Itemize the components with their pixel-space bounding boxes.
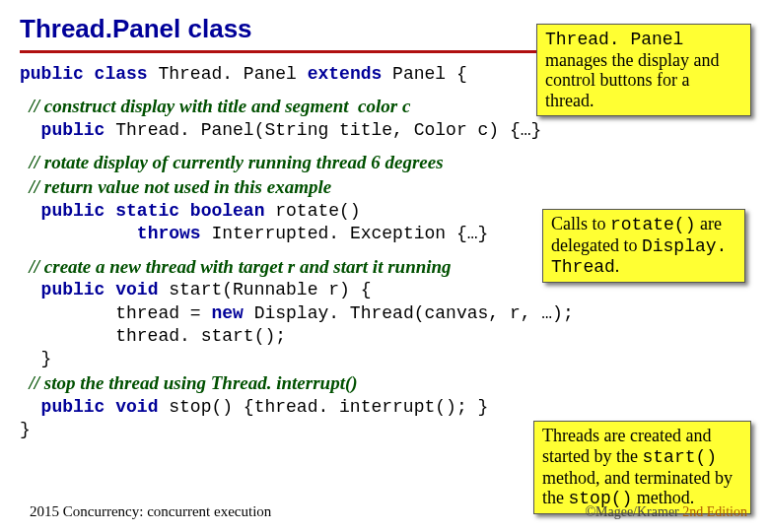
note-text: manages the display and control buttons … [545, 50, 719, 110]
code-line: public void stop() {thread. interrupt();… [20, 396, 749, 419]
note-threadpanel: Thread. Panel manages the display and co… [536, 24, 751, 116]
footer-right: ©Magee/Kramer 2nd Edition [585, 504, 747, 520]
code-line: // stop the thread using Thread. interru… [20, 371, 749, 396]
code-line: thread = new Display. Thread(canvas, r, … [20, 302, 749, 325]
code-line [20, 142, 749, 151]
code-line: // rotate display of currently running t… [20, 151, 749, 175]
note-text: Calls to [551, 214, 610, 233]
note-mono: Thread. Panel [545, 30, 683, 49]
note-mono: start() [642, 447, 717, 467]
footer-left: 2015 Concurrency: concurrent execution [30, 503, 271, 520]
note-text: . [615, 256, 620, 276]
note-start-stop: Threads are created and started by the s… [533, 421, 751, 514]
note-mono: rotate() [610, 215, 695, 234]
footer-edition: 2nd Edition [682, 504, 747, 519]
code-line: thread. start(); [20, 325, 749, 348]
footer-copyright: ©Magee/Kramer [585, 504, 682, 519]
note-rotate: Calls to rotate() are delegated to Displ… [542, 209, 745, 283]
code-line: public Thread. Panel(String title, Color… [20, 119, 749, 142]
code-line: // return value not used in this example [20, 175, 749, 200]
code-line: } [20, 348, 749, 370]
